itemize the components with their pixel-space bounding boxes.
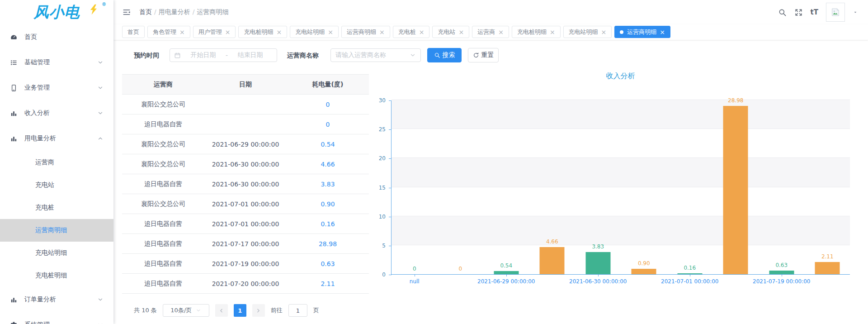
tab-operator-detail-active[interactable]: 运营商明细× bbox=[614, 26, 670, 38]
close-icon[interactable]: × bbox=[550, 29, 555, 35]
table-row: 襄阳公交总公司2021-06-30 00:00:004.66 bbox=[122, 154, 369, 174]
sidebar-item-basic-mgmt[interactable]: 基础管理 bbox=[0, 50, 113, 75]
sidebar-item-label: 运营商 bbox=[35, 158, 54, 167]
chart-plot: 051015202530000.544.663.830.900.1628.980… bbox=[391, 100, 850, 275]
breadcrumb-item-home[interactable]: 首页 bbox=[139, 8, 152, 15]
close-icon[interactable]: × bbox=[276, 29, 282, 35]
table-cell: 0.54 bbox=[287, 134, 369, 154]
caret-down-icon[interactable] bbox=[853, 10, 858, 15]
chart-bar[interactable] bbox=[585, 252, 610, 274]
date-range-input[interactable]: 开始日期 - 结束日期 bbox=[170, 48, 277, 62]
tab-user-mgmt[interactable]: 用户管理× bbox=[193, 26, 236, 38]
bar-value-label: 0.16 bbox=[667, 265, 713, 271]
bar-chart-icon bbox=[10, 296, 18, 304]
sidebar-item-operator-detail[interactable]: 运营商明细 bbox=[0, 219, 113, 242]
sidebar-item-label: 充电站明细 bbox=[35, 249, 67, 257]
font-size-icon[interactable]: tT bbox=[811, 8, 818, 16]
mobile-icon bbox=[10, 84, 18, 92]
chart-bar[interactable] bbox=[494, 271, 519, 274]
tab-pile-detail[interactable]: 充电桩明细× bbox=[238, 26, 287, 38]
chart-bar[interactable] bbox=[815, 262, 840, 274]
avatar[interactable] bbox=[826, 3, 845, 22]
table-cell: 0.16 bbox=[287, 214, 369, 234]
tab-station-detail[interactable]: 充电站明细× bbox=[290, 26, 339, 38]
lightning-bolt-icon bbox=[88, 4, 100, 15]
chart-bar[interactable] bbox=[632, 269, 656, 274]
page-number-button[interactable]: 1 bbox=[234, 304, 246, 317]
table-cell: 2021-06-30 00:00:00 bbox=[204, 174, 287, 194]
tab-label: 充电桩 bbox=[398, 28, 416, 36]
tab-label: 用户管理 bbox=[198, 28, 222, 36]
close-icon[interactable]: × bbox=[601, 29, 607, 35]
tab-operator-detail[interactable]: 运营商明细× bbox=[341, 26, 390, 38]
breadcrumb-item-operator-detail[interactable]: 运营商明细 bbox=[197, 8, 228, 15]
tab-pile[interactable]: 充电桩× bbox=[393, 26, 430, 38]
bar-value-label: 2.11 bbox=[805, 253, 851, 260]
fullscreen-icon[interactable] bbox=[794, 8, 803, 17]
chart-bar[interactable] bbox=[769, 271, 794, 274]
bar-value-label: 0 bbox=[392, 266, 438, 272]
sidebar-item-label: 订单量分析 bbox=[24, 295, 97, 304]
sidebar-collapse-icon[interactable] bbox=[122, 8, 131, 17]
chevron-down-icon bbox=[97, 296, 104, 303]
chart-bar[interactable] bbox=[540, 247, 565, 274]
x-tick-mark bbox=[506, 274, 507, 276]
table-cell: 追日电器自营 bbox=[122, 274, 204, 294]
page-size-select[interactable]: 10条/页 bbox=[163, 304, 209, 317]
close-icon[interactable]: × bbox=[328, 29, 333, 35]
sidebar-item-home[interactable]: 首页 bbox=[0, 24, 113, 50]
chevron-down-icon bbox=[97, 110, 104, 116]
sidebar-item-order-analysis[interactable]: 订单量分析 bbox=[0, 287, 113, 312]
table-cell: 追日电器自营 bbox=[122, 214, 204, 234]
chevron-left-icon bbox=[218, 308, 224, 314]
table-row: 追日电器自营2021-07-01 00:00:000.16 bbox=[122, 214, 369, 234]
chart-title: 收入分析 bbox=[391, 71, 850, 81]
sidebar-item-station-detail[interactable]: 充电站明细 bbox=[0, 242, 113, 264]
table-cell: 0 bbox=[287, 95, 369, 114]
chart-slot: 0 bbox=[438, 100, 484, 274]
close-icon[interactable]: × bbox=[225, 29, 231, 35]
app-logo[interactable]: 风小电 ® bbox=[0, 0, 113, 23]
close-icon[interactable]: × bbox=[458, 29, 464, 35]
search-icon[interactable] bbox=[778, 8, 787, 17]
chevron-up-icon bbox=[97, 135, 104, 142]
tab-operator[interactable]: 运营商× bbox=[472, 26, 509, 38]
tab-home[interactable]: 首页 bbox=[122, 26, 145, 38]
x-tick-label: 2021-06-30 00:00:00 bbox=[548, 278, 648, 285]
operator-select[interactable]: 请输入运营商名称 bbox=[330, 48, 421, 62]
sidebar-item-power-usage-analysis[interactable]: 用电量分析 bbox=[0, 126, 113, 151]
total-count: 共 10 条 bbox=[134, 306, 157, 314]
close-icon[interactable]: × bbox=[379, 29, 385, 35]
prev-page-button[interactable] bbox=[215, 304, 228, 317]
tab-role-mgmt[interactable]: 角色管理× bbox=[147, 26, 190, 38]
tab-station-detail-2[interactable]: 充电站明细× bbox=[563, 26, 612, 38]
tab-station[interactable]: 充电站× bbox=[432, 26, 469, 38]
sidebar-item-charging-pile[interactable]: 充电桩 bbox=[0, 196, 113, 219]
chart-slot: 28.98 bbox=[713, 100, 759, 274]
operator-select-placeholder: 请输入运营商名称 bbox=[335, 51, 410, 59]
sidebar-item-charging-station[interactable]: 充电站 bbox=[0, 174, 113, 196]
goto-suffix: 页 bbox=[313, 306, 319, 314]
next-page-button[interactable] bbox=[252, 304, 265, 317]
sidebar-item-pile-detail[interactable]: 充电桩明细 bbox=[0, 264, 113, 287]
bar-chart-icon bbox=[10, 135, 18, 143]
sidebar-item-operator[interactable]: 运营商 bbox=[0, 151, 113, 174]
close-icon[interactable]: × bbox=[660, 29, 665, 35]
reset-button[interactable]: 重置 bbox=[468, 48, 499, 62]
tab-pile-detail-2[interactable]: 充电桩明细× bbox=[512, 26, 561, 38]
close-icon[interactable]: × bbox=[498, 29, 504, 35]
close-icon[interactable]: × bbox=[179, 29, 185, 35]
table-cell: 0 bbox=[287, 114, 369, 134]
sidebar-item-revenue-analysis[interactable]: 收入分析 bbox=[0, 100, 113, 126]
table-row: 追日电器自营2021-07-17 00:00:0028.98 bbox=[122, 234, 369, 254]
chevron-down-icon bbox=[410, 52, 416, 58]
sidebar-item-business-mgmt[interactable]: 业务管理 bbox=[0, 75, 113, 100]
goto-page-input[interactable] bbox=[288, 304, 307, 317]
chart-bar[interactable] bbox=[723, 106, 748, 274]
sidebar-item-system-mgmt[interactable]: 系统管理 bbox=[0, 312, 113, 324]
close-icon[interactable]: × bbox=[419, 29, 425, 35]
search-button[interactable]: 搜索 bbox=[427, 48, 462, 62]
topbar-actions: tT bbox=[778, 3, 858, 22]
breadcrumb-item-power-usage-analysis[interactable]: 用电量分析 bbox=[159, 8, 190, 15]
chart-gridline bbox=[392, 100, 850, 100]
